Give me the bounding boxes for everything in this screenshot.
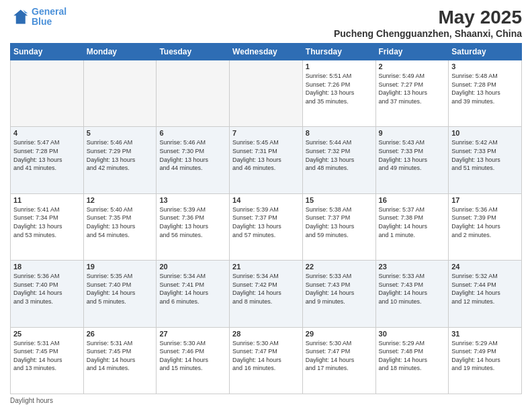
day-info: Sunrise: 5:30 AM Sunset: 7:47 PM Dayligh… (232, 339, 300, 373)
day-number: 3 (451, 62, 519, 71)
day-number: 9 (379, 129, 446, 137)
day-number: 27 (159, 330, 226, 338)
table-row: 15Sunrise: 5:38 AM Sunset: 7:37 PM Dayli… (302, 193, 375, 260)
day-number: 26 (87, 330, 154, 338)
day-info: Sunrise: 5:45 AM Sunset: 7:31 PM Dayligh… (232, 138, 300, 172)
col-tuesday: Tuesday (157, 44, 230, 60)
table-row: 7Sunrise: 5:45 AM Sunset: 7:31 PM Daylig… (230, 127, 303, 193)
calendar-header-row: Sunday Monday Tuesday Wednesday Thursday… (11, 44, 522, 60)
day-number: 10 (451, 129, 519, 137)
table-row (11, 60, 84, 127)
calendar-week-row: 25Sunrise: 5:31 AM Sunset: 7:45 PM Dayli… (11, 327, 522, 394)
day-info: Sunrise: 5:36 AM Sunset: 7:40 PM Dayligh… (13, 272, 81, 306)
table-row: 17Sunrise: 5:36 AM Sunset: 7:39 PM Dayli… (449, 193, 522, 260)
table-row: 10Sunrise: 5:42 AM Sunset: 7:33 PM Dayli… (449, 127, 522, 193)
day-number: 12 (87, 196, 154, 204)
table-row: 9Sunrise: 5:43 AM Sunset: 7:33 PM Daylig… (375, 127, 449, 193)
table-row: 18Sunrise: 5:36 AM Sunset: 7:40 PM Dayli… (11, 261, 84, 327)
table-row: 2Sunrise: 5:49 AM Sunset: 7:27 PM Daylig… (375, 60, 449, 127)
calendar-week-row: 18Sunrise: 5:36 AM Sunset: 7:40 PM Dayli… (11, 261, 522, 327)
day-number: 15 (306, 196, 373, 204)
table-row: 19Sunrise: 5:35 AM Sunset: 7:40 PM Dayli… (83, 261, 157, 327)
header: General Blue May 2025 Pucheng Chengguanz… (10, 7, 522, 39)
day-info: Sunrise: 5:30 AM Sunset: 7:47 PM Dayligh… (306, 339, 373, 373)
day-number: 16 (379, 196, 446, 204)
day-number: 5 (87, 129, 154, 137)
table-row: 23Sunrise: 5:33 AM Sunset: 7:43 PM Dayli… (375, 261, 449, 327)
logo: General Blue (10, 7, 66, 28)
table-row: 16Sunrise: 5:37 AM Sunset: 7:38 PM Dayli… (375, 193, 449, 260)
day-info: Sunrise: 5:46 AM Sunset: 7:30 PM Dayligh… (159, 138, 226, 172)
calendar-week-row: 11Sunrise: 5:41 AM Sunset: 7:34 PM Dayli… (11, 193, 522, 260)
day-number: 8 (306, 129, 373, 137)
day-info: Sunrise: 5:38 AM Sunset: 7:37 PM Dayligh… (306, 205, 373, 239)
table-row: 30Sunrise: 5:29 AM Sunset: 7:48 PM Dayli… (375, 327, 449, 394)
location-title: Pucheng Chengguanzhen, Shaanxi, China (334, 28, 522, 39)
table-row (230, 60, 303, 127)
calendar-week-row: 1Sunrise: 5:51 AM Sunset: 7:26 PM Daylig… (11, 60, 522, 127)
table-row: 4Sunrise: 5:47 AM Sunset: 7:28 PM Daylig… (11, 127, 84, 193)
day-number: 31 (451, 330, 519, 338)
table-row: 11Sunrise: 5:41 AM Sunset: 7:34 PM Dayli… (11, 193, 84, 260)
day-info: Sunrise: 5:33 AM Sunset: 7:43 PM Dayligh… (306, 272, 373, 306)
day-number: 23 (379, 263, 446, 271)
day-number: 19 (87, 263, 154, 271)
day-info: Sunrise: 5:36 AM Sunset: 7:39 PM Dayligh… (451, 205, 519, 239)
logo-icon (10, 7, 29, 26)
table-row: 8Sunrise: 5:44 AM Sunset: 7:32 PM Daylig… (302, 127, 375, 193)
day-number: 7 (232, 129, 300, 137)
day-info: Sunrise: 5:31 AM Sunset: 7:45 PM Dayligh… (13, 339, 81, 373)
day-info: Sunrise: 5:44 AM Sunset: 7:32 PM Dayligh… (306, 138, 373, 172)
calendar-week-row: 4Sunrise: 5:47 AM Sunset: 7:28 PM Daylig… (11, 127, 522, 193)
col-wednesday: Wednesday (230, 44, 303, 60)
day-info: Sunrise: 5:43 AM Sunset: 7:33 PM Dayligh… (379, 138, 446, 172)
table-row: 25Sunrise: 5:31 AM Sunset: 7:45 PM Dayli… (11, 327, 84, 394)
day-info: Sunrise: 5:30 AM Sunset: 7:46 PM Dayligh… (159, 339, 226, 373)
day-info: Sunrise: 5:39 AM Sunset: 7:37 PM Dayligh… (232, 205, 300, 239)
table-row (83, 60, 157, 127)
day-info: Sunrise: 5:40 AM Sunset: 7:35 PM Dayligh… (87, 205, 154, 239)
day-number: 22 (306, 263, 373, 271)
daylight-label: Daylight hours (10, 397, 53, 404)
page: General Blue May 2025 Pucheng Chengguanz… (0, 0, 532, 411)
day-info: Sunrise: 5:39 AM Sunset: 7:36 PM Dayligh… (159, 205, 226, 239)
table-row: 27Sunrise: 5:30 AM Sunset: 7:46 PM Dayli… (157, 327, 230, 394)
day-number: 30 (379, 330, 446, 338)
day-number: 21 (232, 263, 300, 271)
col-sunday: Sunday (11, 44, 84, 60)
footer: Daylight hours (10, 397, 522, 404)
table-row: 26Sunrise: 5:31 AM Sunset: 7:45 PM Dayli… (83, 327, 157, 394)
day-info: Sunrise: 5:37 AM Sunset: 7:38 PM Dayligh… (379, 205, 446, 239)
table-row: 1Sunrise: 5:51 AM Sunset: 7:26 PM Daylig… (302, 60, 375, 127)
col-monday: Monday (83, 44, 157, 60)
day-info: Sunrise: 5:35 AM Sunset: 7:40 PM Dayligh… (87, 272, 154, 306)
calendar-table: Sunday Monday Tuesday Wednesday Thursday… (10, 43, 522, 394)
day-info: Sunrise: 5:46 AM Sunset: 7:29 PM Dayligh… (87, 138, 154, 172)
table-row: 20Sunrise: 5:34 AM Sunset: 7:41 PM Dayli… (157, 261, 230, 327)
day-info: Sunrise: 5:49 AM Sunset: 7:27 PM Dayligh… (379, 72, 446, 105)
day-info: Sunrise: 5:33 AM Sunset: 7:43 PM Dayligh… (379, 272, 446, 306)
col-thursday: Thursday (302, 44, 375, 60)
day-number: 20 (159, 263, 226, 271)
table-row: 31Sunrise: 5:29 AM Sunset: 7:49 PM Dayli… (449, 327, 522, 394)
day-info: Sunrise: 5:34 AM Sunset: 7:41 PM Dayligh… (159, 272, 226, 306)
day-number: 18 (13, 263, 81, 271)
month-title: May 2025 (334, 7, 522, 28)
day-info: Sunrise: 5:29 AM Sunset: 7:48 PM Dayligh… (379, 339, 446, 373)
day-info: Sunrise: 5:29 AM Sunset: 7:49 PM Dayligh… (451, 339, 519, 373)
table-row: 13Sunrise: 5:39 AM Sunset: 7:36 PM Dayli… (157, 193, 230, 260)
table-row: 28Sunrise: 5:30 AM Sunset: 7:47 PM Dayli… (230, 327, 303, 394)
col-saturday: Saturday (449, 44, 522, 60)
day-number: 1 (306, 62, 373, 71)
table-row: 6Sunrise: 5:46 AM Sunset: 7:30 PM Daylig… (157, 127, 230, 193)
title-block: May 2025 Pucheng Chengguanzhen, Shaanxi,… (334, 7, 522, 39)
table-row: 22Sunrise: 5:33 AM Sunset: 7:43 PM Dayli… (302, 261, 375, 327)
day-number: 13 (159, 196, 226, 204)
table-row: 12Sunrise: 5:40 AM Sunset: 7:35 PM Dayli… (83, 193, 157, 260)
day-number: 11 (13, 196, 81, 204)
day-info: Sunrise: 5:34 AM Sunset: 7:42 PM Dayligh… (232, 272, 300, 306)
day-info: Sunrise: 5:47 AM Sunset: 7:28 PM Dayligh… (13, 138, 81, 172)
logo-line1: General (32, 6, 66, 17)
logo-text: General Blue (32, 7, 66, 28)
col-friday: Friday (375, 44, 449, 60)
